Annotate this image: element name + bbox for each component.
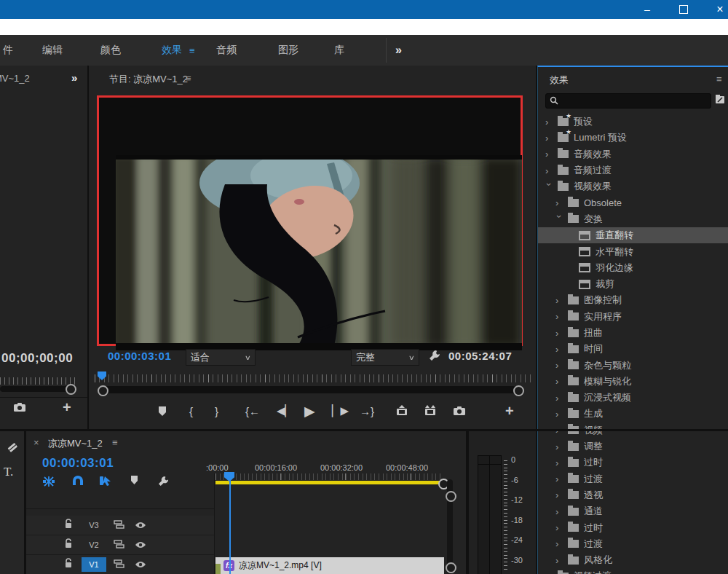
effects-tree-row[interactable]: › 过渡 (538, 536, 728, 552)
panel-divider[interactable] (536, 431, 537, 574)
panel-menu-icon[interactable]: ≡ (716, 74, 722, 84)
program-current-timecode[interactable]: 00:00:03:01 (108, 350, 171, 362)
effects-tree-row[interactable]: › 扭曲 (538, 325, 728, 341)
effects-tree-row[interactable]: › Obsolete (538, 194, 728, 211)
chevron-right-icon[interactable]: › (555, 473, 566, 484)
track-output-eye-icon[interactable] (135, 519, 146, 532)
effects-tree-row[interactable]: › 裁剪 (538, 276, 728, 292)
chevron-right-icon[interactable]: › (555, 555, 566, 566)
effects-tree-row[interactable]: › 沉浸式视频 (538, 390, 728, 406)
effects-tree-row[interactable]: › 调整 (538, 439, 728, 455)
type-tool-icon[interactable]: T. (4, 465, 13, 479)
source-ruler[interactable] (0, 377, 79, 385)
workspace-tab[interactable]: 效果 (162, 35, 182, 66)
go-to-out-icon[interactable]: →} (360, 398, 374, 424)
chevron-right-icon[interactable]: › (555, 376, 566, 387)
track-lock-icon[interactable] (64, 538, 73, 551)
chevron-right-icon[interactable]: › (555, 506, 566, 517)
program-scrollbar[interactable] (99, 386, 517, 393)
razor-tool-icon[interactable] (5, 440, 20, 457)
chevron-right-icon[interactable]: › (555, 295, 566, 306)
track-row[interactable]: V1 (26, 555, 214, 574)
maximize-button[interactable] (671, 0, 696, 19)
effects-tree-row[interactable]: › 变换 (538, 211, 728, 227)
track-row[interactable]: V2 (26, 535, 214, 555)
timeline-ruler[interactable] (215, 473, 443, 480)
chevron-right-icon[interactable]: › (555, 197, 566, 208)
panel-menu-icon[interactable]: ≡ (186, 73, 191, 84)
button-editor-icon[interactable]: + (505, 398, 514, 424)
track-name[interactable]: V1 (82, 557, 106, 572)
effects-tree-row[interactable]: › 过时 (538, 519, 728, 535)
effects-tree-row[interactable]: › 音频效果 (538, 146, 728, 162)
new-custom-bin-icon[interactable] (715, 94, 726, 107)
chevron-right-icon[interactable]: › (545, 133, 555, 144)
effects-tree-row[interactable]: › 水平翻转 (538, 243, 728, 259)
track-output-eye-icon[interactable] (135, 558, 146, 571)
workspace-menu-icon[interactable]: ≡ (189, 35, 195, 66)
panel-menu-icon[interactable]: ≡ (112, 437, 118, 448)
add-marker-icon[interactable] (130, 475, 139, 488)
chevron-right-icon[interactable]: › (555, 311, 566, 322)
sync-lock-icon[interactable] (114, 519, 124, 532)
source-scrollbar[interactable] (0, 386, 76, 392)
extract-icon[interactable] (424, 398, 437, 424)
fit-zoom-select[interactable]: 适合 ∨ (186, 349, 256, 366)
effects-tree-row[interactable]: › 垂直翻转 (538, 227, 728, 243)
chevron-right-icon[interactable]: › (545, 149, 555, 160)
chevron-right-icon[interactable]: › (545, 117, 555, 127)
scroll-handle[interactable] (446, 562, 456, 573)
chevron-right-icon[interactable]: › (555, 393, 566, 404)
effects-tree-row[interactable]: › 视频效果 (538, 178, 728, 194)
effects-panel-title[interactable]: 效果 (550, 74, 569, 87)
sync-lock-icon[interactable] (114, 538, 124, 551)
minimize-button[interactable]: – (635, 0, 660, 19)
chevron-right-icon[interactable]: › (554, 215, 565, 225)
workspace-overflow-icon[interactable]: » (395, 35, 402, 66)
chevron-right-icon[interactable]: › (555, 441, 566, 452)
workspace-tab[interactable]: 件 (3, 35, 13, 66)
effects-tree-row[interactable]: › 杂色与颗粒 (538, 357, 728, 373)
mark-in-icon[interactable]: { (189, 398, 193, 424)
workspace-tab[interactable]: 颜色 (100, 35, 121, 66)
workspace-tab[interactable]: 库 (334, 35, 344, 66)
button-editor-icon[interactable]: + (63, 399, 71, 416)
effects-tree-row[interactable]: › 时间 (538, 341, 728, 357)
effects-tree-row[interactable]: › 生成 (538, 406, 728, 422)
effects-tree-row[interactable]: › 视频过渡 (538, 568, 728, 574)
track-lock-icon[interactable] (64, 558, 73, 571)
chevron-right-icon[interactable]: › (555, 360, 566, 371)
chevron-right-icon[interactable]: › (555, 409, 566, 420)
chevron-right-icon[interactable]: › (555, 538, 566, 549)
lift-icon[interactable] (395, 398, 408, 424)
track-name[interactable]: V3 (82, 518, 106, 532)
effects-tree-row[interactable]: › 羽化边缘 (538, 260, 728, 276)
scroll-handle[interactable] (446, 491, 456, 502)
track-lock-icon[interactable] (64, 519, 73, 532)
effects-tree-row[interactable]: › 风格化 (538, 552, 728, 568)
chevron-right-icon[interactable]: › (555, 344, 566, 355)
work-area-bar[interactable] (215, 481, 443, 484)
zoom-handle-left[interactable] (98, 385, 108, 396)
effects-tree-row[interactable]: › 预设 (538, 114, 728, 130)
timeline-settings-icon[interactable] (157, 475, 170, 490)
source-zoom-handle[interactable] (66, 384, 76, 395)
effects-tree-row[interactable]: › 透视 (538, 487, 728, 503)
track-name[interactable]: V2 (82, 538, 106, 552)
zoom-handle-right[interactable] (513, 385, 524, 396)
close-button[interactable]: × (708, 0, 728, 19)
sequence-tab-label[interactable]: 凉凉MV~1_2 (48, 437, 103, 450)
effects-tree-row[interactable]: › 过时 (538, 455, 728, 471)
effects-tree-row[interactable]: › 图像控制 (538, 292, 728, 308)
chevron-right-icon[interactable]: › (545, 165, 555, 176)
track-row[interactable]: V3 (26, 516, 214, 535)
program-time-ruler[interactable] (95, 374, 531, 382)
track-output-eye-icon[interactable] (135, 538, 146, 551)
effects-tree-row[interactable]: › 通道 (538, 503, 728, 519)
export-frame-icon[interactable] (453, 398, 466, 424)
snap-magnet-icon[interactable] (71, 475, 84, 490)
chevron-right-icon[interactable]: › (555, 328, 566, 339)
go-to-in-icon[interactable]: {← (245, 398, 260, 424)
chevron-right-icon[interactable]: › (555, 490, 566, 500)
chevron-right-icon[interactable]: › (545, 571, 555, 574)
